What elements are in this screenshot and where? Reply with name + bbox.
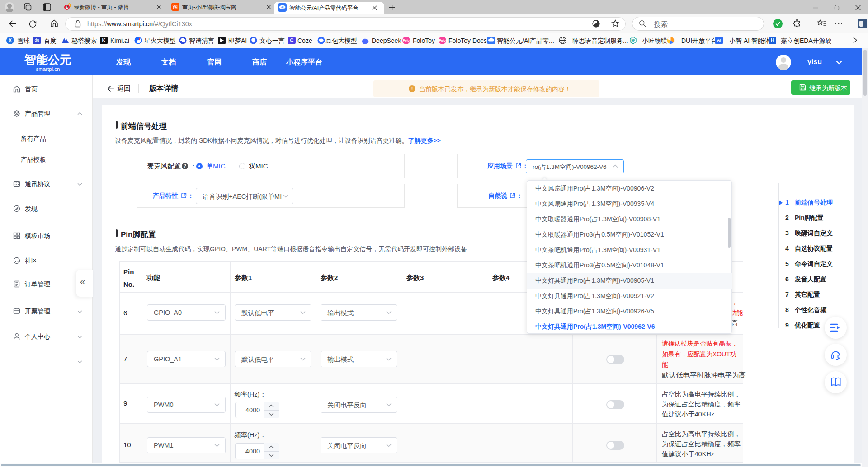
svg-text:AI: AI [281,6,284,9]
svg-text:匠: 匠 [632,39,635,43]
